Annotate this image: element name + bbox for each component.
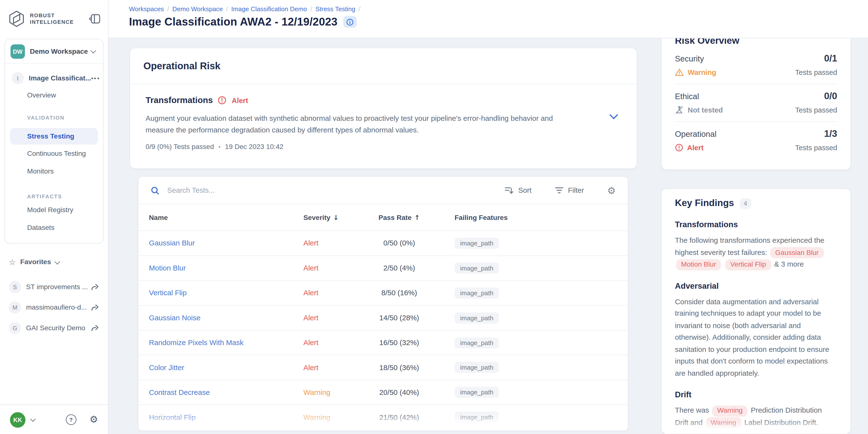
column-header-failing-features[interactable]: Failing Features	[433, 213, 617, 221]
favorite-item[interactable]: G GAI Security Demo	[0, 317, 108, 338]
table-row[interactable]: Vertical Flip Alert 8/50 (16%) image_pat…	[138, 281, 628, 306]
table-row[interactable]: Gaussian Noise Alert 14/50 (28%) image_p…	[138, 306, 628, 330]
sidebar-item-model-registry[interactable]: Model Registry	[5, 201, 103, 219]
finding-heading-adversarial: Adversarial	[675, 281, 837, 290]
table-row[interactable]: Motion Blur Alert 2/50 (4%) image_path	[138, 256, 628, 281]
sidebar-collapse-icon[interactable]	[89, 13, 101, 25]
transformations-section: Transformations Alert Augment your evalu…	[130, 84, 637, 151]
sidebar-item-datasets[interactable]: Datasets	[5, 219, 103, 237]
pass-rate-cell: 20/50 (40%)	[366, 388, 433, 397]
project-menu-icon[interactable]	[91, 77, 101, 79]
open-external-icon[interactable]	[91, 283, 99, 291]
breadcrumb-workspaces[interactable]: Workspaces	[129, 6, 164, 12]
tests-passed-summary: 0/9 (0%) Tests passed	[146, 143, 214, 151]
sort-button[interactable]: Sort	[504, 186, 531, 194]
operational-risk-title: Operational Risk	[130, 48, 637, 72]
favorite-avatar: G	[9, 321, 21, 334]
severity-cell: Warning	[303, 413, 366, 422]
test-name-link[interactable]: Gaussian Blur	[149, 239, 303, 248]
tests-passed-label: Tests passed	[795, 143, 837, 152]
failure-chip[interactable]: Vertical Flip	[725, 259, 771, 270]
table-settings-gear-icon[interactable]: ⚙	[607, 185, 616, 196]
open-external-icon[interactable]	[91, 324, 99, 332]
pass-rate-cell: 0/50 (0%)	[366, 239, 433, 248]
breadcrumb-separator: /	[167, 6, 169, 12]
section-label-validation: VALIDATION	[5, 114, 103, 122]
severity-cell: Warning	[303, 388, 366, 397]
risk-score: 0/0	[824, 91, 837, 102]
favorite-item[interactable]: M massimoaufiero-d...	[0, 297, 108, 317]
test-name-link[interactable]: Horizontal Flip	[149, 413, 303, 422]
section-label-artifacts: ARTIFACTS	[5, 192, 103, 201]
warning-chip: Warning	[712, 405, 748, 416]
chevron-down-icon[interactable]	[30, 416, 36, 422]
feature-chip: image_path	[455, 238, 499, 249]
sidebar-item-stress-testing[interactable]: Stress Testing	[10, 128, 98, 145]
failing-features-cell: image_path	[433, 337, 617, 348]
search-input[interactable]	[166, 186, 406, 195]
info-icon[interactable]	[343, 16, 356, 28]
help-icon[interactable]: ?	[66, 414, 76, 425]
test-name-link[interactable]: Color Jitter	[149, 363, 303, 372]
breadcrumb-demo-workspace[interactable]: Demo Workspace	[173, 6, 223, 12]
risk-row-operational: Operational 1/3 Alert Tests passed	[675, 122, 837, 159]
sort-label: Sort	[518, 186, 531, 194]
alert-circle-icon	[218, 96, 226, 105]
user-avatar[interactable]: KK	[10, 412, 26, 428]
open-external-icon[interactable]	[91, 303, 99, 311]
failure-chip[interactable]: Gaussian Blur	[770, 247, 824, 258]
finding-heading-transformations: Transformations	[675, 220, 837, 229]
failure-chip[interactable]: Motion Blur	[676, 259, 721, 270]
feature-chip: image_path	[455, 337, 499, 348]
column-header-severity[interactable]: Severity ↓	[303, 213, 366, 221]
expand-chevron-icon[interactable]	[609, 111, 618, 119]
breadcrumb-image-classification-demo[interactable]: Image Classification Demo	[231, 6, 307, 12]
test-name-link[interactable]: Vertical Flip	[149, 289, 303, 297]
operational-risk-card: Operational Risk Transformations Alert A…	[129, 48, 637, 169]
test-name-link[interactable]: Contrast Decrease	[149, 388, 303, 397]
table-row[interactable]: Horizontal Flip Warning 21/50 (42%) imag…	[138, 405, 628, 430]
warning-triangle-icon	[675, 68, 684, 76]
sidebar-item-overview[interactable]: Overview	[5, 86, 103, 105]
more-chips-label: & 3 more	[774, 260, 804, 268]
test-name-link[interactable]: Motion Blur	[149, 264, 303, 272]
key-findings-card: Key Findings 4 Transformations The follo…	[661, 188, 851, 434]
test-name-link[interactable]: Gaussian Noise	[149, 314, 303, 322]
breadcrumb-stress-testing[interactable]: Stress Testing	[315, 6, 355, 12]
filter-label: Filter	[568, 186, 584, 194]
table-row[interactable]: Randomize Pixels With Mask Alert 16/50 (…	[138, 330, 628, 355]
table-row[interactable]: Contrast Decrease Warning 20/50 (40%) im…	[138, 380, 628, 405]
risk-category: Ethical	[675, 92, 699, 100]
pass-rate-cell: 8/50 (16%)	[366, 289, 433, 297]
risk-row-security: Security 0/1 Warning Tests passed	[675, 47, 837, 84]
sort-desc-icon: ↓	[333, 213, 339, 221]
sidebar-item-continuous-testing[interactable]: Continuous Testing	[5, 145, 103, 162]
sidebar-item-monitors[interactable]: Monitors	[5, 162, 103, 180]
table-row[interactable]: Color Jitter Alert 18/50 (36%) image_pat…	[138, 355, 628, 380]
favorites-toggle[interactable]: ☆ Favorites	[9, 258, 59, 266]
breadcrumb-separator: /	[359, 6, 361, 12]
favorite-name: ST improvements ...	[26, 283, 91, 291]
warning-chip: Warning	[706, 417, 741, 428]
page-title: Image Classification AWA2 - 12/19/2023	[129, 16, 338, 28]
page-header: Workspaces / Demo Workspace / Image Clas…	[108, 0, 868, 38]
dot-separator: •	[218, 143, 220, 150]
settings-gear-icon[interactable]: ⚙	[90, 415, 98, 425]
failing-features-cell: image_path	[433, 238, 617, 249]
favorite-name: GAI Security Demo	[26, 324, 91, 332]
risk-category: Security	[675, 54, 704, 63]
column-header-pass-rate[interactable]: Pass Rate ↑	[366, 213, 433, 221]
table-row[interactable]: Gaussian Blur Alert 0/50 (0%) image_path	[138, 231, 628, 256]
risk-row-ethical: Ethical 0/0 Not tested Tests passed	[675, 84, 837, 122]
project-avatar: I	[12, 72, 24, 84]
favorite-item[interactable]: S ST improvements ...	[0, 277, 108, 297]
test-name-link[interactable]: Randomize Pixels With Mask	[149, 339, 303, 347]
project-selector[interactable]: I Image Classificat...	[5, 64, 103, 86]
tests-passed-label: Tests passed	[795, 106, 837, 114]
finding-text-transformations: The following transformations experience…	[675, 234, 837, 270]
workspace-selector[interactable]: DW Demo Workspace	[5, 39, 103, 64]
filter-button[interactable]: Filter	[555, 186, 584, 194]
column-header-name[interactable]: Name	[149, 213, 303, 221]
sort-asc-icon: ↑	[414, 213, 420, 221]
favorite-name: massimoaufiero-d...	[26, 303, 91, 311]
